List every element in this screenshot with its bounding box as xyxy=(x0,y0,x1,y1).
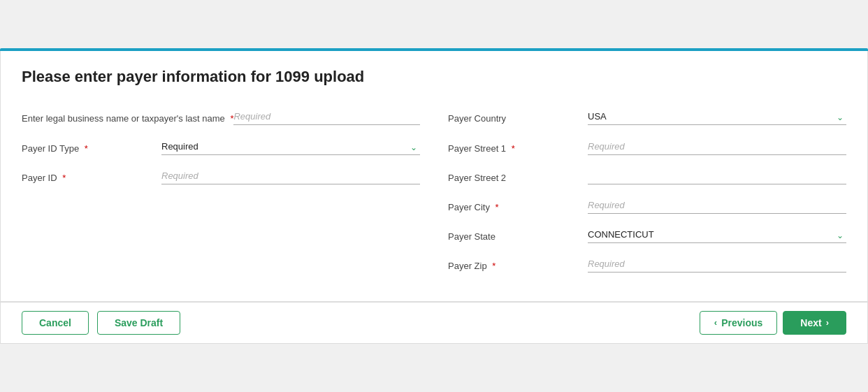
business-name-row: Enter legal business name or taxpayer's … xyxy=(22,103,420,132)
business-name-input[interactable] xyxy=(233,110,420,125)
payer-state-row: Payer State CONNECTICUT ALABAMA ALASKA A… xyxy=(448,221,846,250)
payer-id-type-select-wrap: Required SSN EIN ⌄ xyxy=(161,140,420,155)
payer-id-row: Payer ID * xyxy=(22,162,420,191)
cancel-button[interactable]: Cancel xyxy=(22,311,89,335)
payer-city-input[interactable] xyxy=(588,198,846,214)
previous-button[interactable]: ‹ Previous xyxy=(700,311,777,335)
footer-left-buttons: Cancel Save Draft xyxy=(22,311,180,335)
payer-id-type-row: Payer ID Type * Required SSN EIN ⌄ xyxy=(22,133,420,162)
payer-zip-label: Payer Zip * xyxy=(448,257,588,273)
save-draft-button[interactable]: Save Draft xyxy=(97,311,180,335)
footer-right-buttons: ‹ Previous Next › xyxy=(700,311,846,335)
next-chevron-icon: › xyxy=(826,317,829,328)
payer-zip-input-wrap xyxy=(588,257,846,273)
payer-zip-input[interactable] xyxy=(588,257,846,273)
payer-street2-input-wrap xyxy=(588,169,846,184)
payer-street1-required: * xyxy=(512,143,515,154)
payer-street2-label: Payer Street 2 xyxy=(448,169,588,184)
payer-city-label: Payer City * xyxy=(448,198,588,214)
payer-id-type-required: * xyxy=(85,143,88,154)
payer-street2-input[interactable] xyxy=(588,169,846,184)
right-column: Payer Country USA Canada Mexico ⌄ Payer … xyxy=(448,103,846,280)
payer-id-type-label: Payer ID Type * xyxy=(22,140,161,155)
payer-country-select[interactable]: USA Canada Mexico xyxy=(588,110,846,125)
business-name-label: Enter legal business name or taxpayer's … xyxy=(22,110,233,125)
payer-state-label: Payer State xyxy=(448,228,588,243)
next-button[interactable]: Next › xyxy=(783,311,846,335)
payer-id-required: * xyxy=(62,173,66,183)
payer-zip-required: * xyxy=(492,261,496,271)
left-column: Enter legal business name or taxpayer's … xyxy=(22,103,420,280)
payer-street1-input[interactable] xyxy=(588,140,846,155)
payer-id-label: Payer ID * xyxy=(22,169,161,184)
payer-street1-label: Payer Street 1 * xyxy=(448,140,588,155)
page-title: Please enter payer information for 1099 … xyxy=(22,68,846,86)
payer-state-select-wrap: CONNECTICUT ALABAMA ALASKA ARIZONA CALIF… xyxy=(588,228,846,243)
payer-id-input-wrap xyxy=(161,169,420,184)
payer-city-input-wrap xyxy=(588,198,846,214)
payer-country-label: Payer Country xyxy=(448,110,588,125)
payer-zip-row: Payer Zip * xyxy=(448,250,846,280)
main-card: Please enter payer information for 1099 … xyxy=(0,51,868,301)
payer-id-input[interactable] xyxy=(161,169,420,184)
form-grid: Enter legal business name or taxpayer's … xyxy=(22,103,846,280)
payer-street1-row: Payer Street 1 * xyxy=(448,133,846,162)
payer-state-select[interactable]: CONNECTICUT ALABAMA ALASKA ARIZONA CALIF… xyxy=(588,228,846,243)
payer-country-row: Payer Country USA Canada Mexico ⌄ xyxy=(448,103,846,132)
payer-id-type-select[interactable]: Required SSN EIN xyxy=(161,140,420,155)
previous-chevron-icon: ‹ xyxy=(714,317,717,328)
payer-street1-input-wrap xyxy=(588,140,846,155)
footer-bar: Cancel Save Draft ‹ Previous Next › xyxy=(0,302,868,344)
payer-country-select-wrap: USA Canada Mexico ⌄ xyxy=(588,110,846,125)
payer-street2-row: Payer Street 2 xyxy=(448,162,846,191)
payer-city-row: Payer City * xyxy=(448,191,846,221)
page-wrapper: Please enter payer information for 1099 … xyxy=(0,48,868,343)
business-name-input-wrap xyxy=(233,110,420,125)
payer-city-required: * xyxy=(496,202,499,212)
